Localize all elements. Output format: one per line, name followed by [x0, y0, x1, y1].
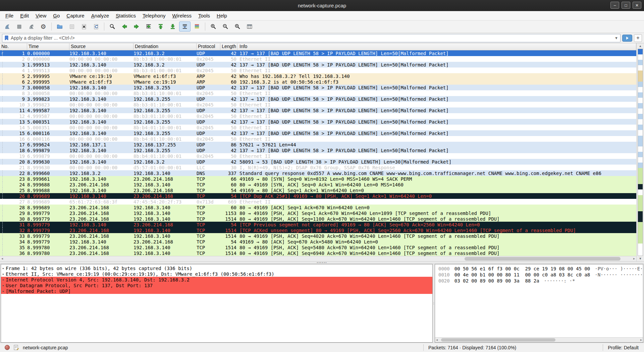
column-header-time[interactable]: Time — [27, 43, 69, 50]
capture-options-icon[interactable]: ⚙ — [38, 21, 49, 32]
packet-row[interactable]: 10.000000192.168.3.140192.168.3.2UDP4213… — [0, 50, 636, 56]
bookmark-icon[interactable] — [4, 35, 9, 41]
column-header-destination[interactable]: Destination — [133, 43, 197, 50]
expander-icon[interactable]: ▸ — [1, 272, 6, 276]
packet-row[interactable]: 358.99978023.206.214.168192.168.3.140TCP… — [0, 245, 636, 250]
packet-row[interactable]: 348.999779192.168.3.14023.206.214.168TCP… — [0, 239, 636, 245]
minimize-button[interactable]: – — [610, 2, 619, 9]
detail-line[interactable]: ▸[Malformed Packet: UDP] — [1, 288, 432, 294]
scroll-left-icon[interactable]: ◂ — [1, 257, 3, 260]
hex-hscrollbar[interactable]: ◂ ▸ — [435, 337, 643, 342]
menu-help[interactable]: Help — [213, 12, 230, 19]
menu-telephony[interactable]: Telephony — [139, 12, 169, 19]
auto-scroll-icon[interactable] — [179, 21, 191, 32]
go-back-icon[interactable] — [119, 21, 130, 32]
hex-dump[interactable]: 000000 50 56 e1 6f f3 00 0c 29 ce 19 19 … — [435, 264, 643, 337]
menu-wireless[interactable]: Wireless — [169, 12, 195, 19]
expert-info-icon[interactable] — [5, 345, 10, 350]
expander-icon[interactable]: ▸ — [1, 266, 6, 270]
zoom-original-icon[interactable] — [232, 21, 243, 32]
intelligent-scrollbar-minimap[interactable] — [638, 49, 643, 256]
resize-columns-icon[interactable] — [244, 21, 255, 32]
zoom-in-icon[interactable] — [208, 21, 219, 32]
expander-icon[interactable]: ▸ — [1, 289, 6, 293]
menu-file[interactable]: File — [2, 12, 17, 19]
go-to-bottom-icon[interactable] — [167, 21, 178, 32]
expander-icon[interactable]: ▸ — [1, 283, 6, 287]
display-filter-box[interactable]: ▼ — [2, 34, 621, 42]
packet-row[interactable]: 31.999513192.168.3.140192.168.3.2UDP4213… — [0, 62, 636, 68]
zoom-out-icon[interactable] — [220, 21, 231, 32]
go-forward-icon[interactable] — [131, 21, 142, 32]
packet-row[interactable]: 268.999689192.168.3.14023.206.214.168TCP… — [0, 193, 636, 199]
scroll-right-icon[interactable]: ▸ — [640, 338, 642, 342]
packet-row[interactable]: 278.99968965:61:72:63:68:3f47:45:54:20:2… — [0, 199, 636, 205]
add-filter-button[interactable]: + — [634, 34, 642, 42]
scroll-up-icon[interactable]: ▲ — [637, 43, 644, 49]
profile-label[interactable]: Profile: Default — [603, 345, 644, 350]
packet-row[interactable]: 208.999630192.168.3.140192.168.3.2UDP425… — [0, 159, 636, 165]
save-file-icon[interactable] — [66, 21, 77, 32]
packet-row[interactable]: 156.000116192.168.3.140192.168.3.255UDP4… — [0, 130, 636, 136]
packet-row[interactable]: 318.999779192.168.3.14023.206.214.168TCP… — [0, 222, 636, 227]
expander-icon[interactable]: ▸ — [1, 278, 6, 281]
column-header-source[interactable]: Source — [69, 43, 133, 50]
packet-row[interactable]: 308.99977923.206.214.168192.168.3.140TCP… — [0, 216, 636, 222]
maximize-button[interactable]: □ — [622, 2, 630, 9]
packet-row[interactable]: 103.99982300:00:00_00:00:008b:b3:01:10:0… — [0, 102, 636, 107]
packet-row[interactable]: 186.999879192.168.3.140192.168.3.255UDP4… — [0, 147, 636, 153]
packet-row[interactable]: 288.99968923.206.214.168192.168.3.140TCP… — [0, 205, 636, 210]
menu-view[interactable]: View — [32, 12, 50, 19]
packet-row[interactable]: 258.999688192.168.3.14023.206.214.168TCP… — [0, 187, 636, 193]
restart-capture-icon[interactable] — [25, 21, 37, 32]
pane-splitter[interactable]: •••••• — [0, 261, 644, 264]
menu-capture[interactable]: Capture — [63, 12, 88, 19]
apply-filter-button[interactable] — [622, 35, 632, 42]
detail-line[interactable]: ▸User Datagram Protocol, Src Port: 137, … — [1, 282, 432, 288]
packet-row[interactable]: 135.000351192.168.3.140192.168.3.255UDP4… — [0, 119, 636, 125]
column-header-length[interactable]: Length — [220, 43, 237, 50]
packet-row[interactable]: 196.99987900:00:00_00:00:008b:b4:01:10:0… — [0, 153, 636, 159]
colorize-packets-icon[interactable] — [191, 21, 203, 32]
go-to-packet-icon[interactable] — [143, 21, 154, 32]
packet-row[interactable]: 228.999660192.168.3.2192.168.3.140DNS337… — [0, 170, 636, 176]
reload-file-icon[interactable] — [90, 21, 102, 32]
start-capture-icon[interactable] — [1, 21, 13, 32]
capture-comment-icon[interactable] — [14, 345, 19, 350]
hex-line[interactable]: 001000 4e 00 b1 00 00 80 11 00 00 c0 a8 … — [438, 272, 643, 278]
packet-row[interactable]: 248.99968823.206.214.168192.168.3.140TCP… — [0, 182, 636, 187]
hex-line[interactable]: 000000 50 56 e1 6f f3 00 0c 29 ce 19 19 … — [438, 266, 643, 272]
packet-row[interactable]: 73.000058192.168.3.140192.168.3.255UDP42… — [0, 85, 636, 90]
hscroll-thumb[interactable] — [465, 257, 621, 261]
packet-row[interactable]: 238.999661192.168.3.14023.206.214.168TCP… — [0, 176, 636, 182]
menu-tools[interactable]: Tools — [195, 12, 213, 19]
column-header-no[interactable]: No. — [0, 43, 27, 50]
open-file-icon[interactable] — [54, 21, 65, 32]
packet-row[interactable]: 41.99951300:00:00_00:00:008b:b3:01:00:00… — [0, 68, 636, 73]
scroll-down-icon[interactable]: ▼ — [637, 256, 644, 261]
menu-edit[interactable]: Edit — [17, 12, 32, 19]
packet-row[interactable]: 176.999624192.168.137.1192.168.137.255UD… — [0, 142, 636, 147]
menu-statistics[interactable]: Statistics — [112, 12, 139, 19]
find-packet-icon[interactable] — [107, 21, 118, 32]
display-filter-input[interactable] — [11, 35, 612, 41]
packet-row[interactable]: 83.00005800:00:00_00:00:008b:b3:01:10:00… — [0, 90, 636, 96]
close-file-icon[interactable] — [78, 21, 90, 32]
column-header-protocol[interactable]: Protocol — [197, 43, 220, 50]
packet-row[interactable]: 93.999823192.168.3.140192.168.3.255UDP42… — [0, 96, 636, 102]
scroll-right-icon[interactable]: ▸ — [633, 257, 635, 260]
packet-row[interactable]: 52.999995VMware_ce:19:19VMware_e1:6f:f3A… — [0, 73, 636, 79]
packet-list-vscrollbar[interactable]: ▲ ▼ — [636, 43, 644, 261]
menu-analyze[interactable]: Analyze — [88, 12, 112, 19]
hex-line[interactable]: 002003 02 00 89 00 89 00 3a 88 2a·······… — [438, 278, 643, 284]
hex-hscroll-thumb[interactable] — [441, 338, 555, 342]
filter-dropdown-caret-icon[interactable]: ▼ — [614, 36, 618, 40]
menu-go[interactable]: Go — [50, 12, 63, 19]
detail-line[interactable]: ▸Frame 1: 42 bytes on wire (336 bits), 4… — [1, 265, 432, 271]
packet-list-hscrollbar[interactable]: ◂ ▸ — [0, 256, 636, 261]
packet-row[interactable]: 368.99978023.206.214.168192.168.3.140TCP… — [0, 250, 636, 256]
packet-row[interactable]: 20.00000000:00:00_00:00:008b:b3:01:00:00… — [0, 56, 636, 62]
packet-row[interactable]: 114.999587192.168.3.140192.168.3.255UDP4… — [0, 107, 636, 113]
packet-row[interactable]: 62.999995VMware_e1:6f:f3VMware_ce:19:19A… — [0, 79, 636, 85]
detail-line[interactable]: ▸Ethernet II, Src: VMware_ce:19:19 (00:0… — [1, 271, 432, 277]
